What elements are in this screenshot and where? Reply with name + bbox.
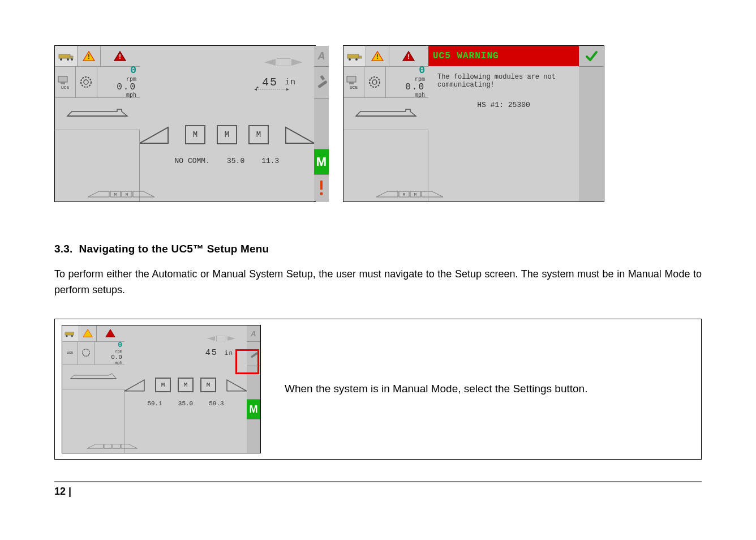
svg-text:M: M	[414, 192, 417, 197]
value-1: NO COMM.	[175, 157, 210, 165]
blade-values: NO COMM. 35.0 11.3	[140, 157, 314, 165]
svg-marker-54	[83, 329, 93, 337]
height-readout: 45 in	[124, 341, 247, 365]
uc5-module-icon: UC5	[343, 66, 364, 98]
gear-icon	[364, 66, 385, 98]
confirm-button[interactable]	[579, 46, 604, 67]
svg-text:M: M	[403, 192, 406, 197]
bottom-tabs-icon	[87, 442, 138, 449]
svg-rect-64	[113, 444, 121, 449]
svg-text:M: M	[126, 192, 128, 197]
svg-marker-20	[286, 127, 314, 143]
svg-text:!: !	[119, 53, 122, 60]
figure-row: ! ! UC5 0 rpm	[54, 45, 702, 202]
mode-button[interactable]: M	[247, 400, 260, 419]
rpm-label: rpm	[415, 76, 425, 83]
readout-cell: 0 rpm 0.0 mph	[386, 66, 428, 98]
svg-point-34	[349, 58, 351, 61]
settings-button[interactable]	[247, 342, 260, 366]
settings-button[interactable]	[314, 67, 329, 99]
svg-marker-50	[422, 191, 443, 197]
svg-rect-32	[347, 54, 359, 58]
warning-icon-red: !	[101, 46, 140, 67]
svg-marker-58	[124, 380, 144, 391]
warning-icon-red	[97, 325, 124, 342]
gauge-indicator	[62, 365, 124, 389]
svg-rect-61	[251, 352, 259, 358]
svg-rect-33	[359, 56, 362, 58]
svg-marker-15	[256, 87, 259, 88]
svg-point-53	[71, 335, 72, 337]
svg-rect-51	[65, 332, 74, 335]
svg-rect-24	[320, 181, 323, 190]
svg-rect-0	[59, 54, 70, 58]
value-3: 11.3	[261, 157, 279, 165]
speed-value: 0.0	[117, 83, 136, 93]
uc5-label: UC5	[61, 85, 69, 90]
blade-indicators: M M M	[140, 125, 314, 144]
svg-point-3	[67, 58, 69, 61]
page-number: 12 |	[54, 481, 702, 498]
height-readout: 45 in	[140, 66, 314, 98]
blade-indicator-icon	[264, 58, 303, 66]
uc5-module-icon: UC5	[62, 341, 78, 365]
value-2: 35.0	[227, 157, 244, 165]
svg-point-2	[60, 58, 62, 61]
svg-rect-22	[317, 80, 328, 88]
speed-value: 0.0	[405, 83, 425, 93]
svg-marker-17	[254, 88, 256, 91]
auto-button-a[interactable]: A	[314, 46, 329, 67]
svg-text:A: A	[250, 329, 256, 338]
svg-marker-55	[106, 329, 115, 337]
svg-text:!: !	[376, 53, 379, 60]
gear-icon	[78, 341, 94, 365]
svg-marker-62	[87, 444, 104, 449]
warning-screen-figure-2: ! ! UC5 0 rpm	[343, 45, 604, 202]
warning-banner: UC5 WARNING	[428, 46, 579, 66]
svg-point-35	[355, 58, 358, 61]
gauge-indicator	[343, 98, 428, 130]
svg-marker-18	[286, 88, 289, 91]
instruction-table: UC5 0 rpm 0.0 mph	[54, 319, 702, 460]
m-box-3: M	[248, 125, 269, 144]
m-box-2: M	[217, 125, 237, 144]
bottom-tabs-icon: MM	[376, 188, 444, 198]
auto-button-a[interactable]: A	[247, 325, 260, 342]
uc5-module-icon: UC5	[55, 66, 76, 98]
svg-point-11	[81, 77, 91, 87]
svg-rect-23	[320, 75, 325, 80]
readout-cell: 0 rpm 0.0 mph	[97, 66, 140, 98]
control-screen-figure-1: ! ! UC5 0 rpm	[54, 45, 316, 202]
blade-indicators: M M M	[124, 378, 247, 392]
mode-button[interactable]: M	[314, 149, 329, 175]
blade-values: 59.1 35.0 59.3	[124, 400, 247, 407]
warning-icon-yellow: !	[366, 46, 389, 67]
svg-rect-40	[347, 76, 356, 82]
alert-button[interactable]	[314, 175, 329, 202]
truck-icon	[62, 325, 79, 342]
svg-rect-9	[58, 76, 67, 82]
gauge-indicator	[55, 98, 140, 130]
svg-marker-19	[140, 127, 168, 143]
warning-module: HS #1: 25300	[437, 101, 570, 109]
svg-marker-65	[121, 444, 138, 449]
svg-point-4	[71, 58, 73, 61]
section-number: 3.3.	[54, 243, 73, 255]
truck-icon	[55, 46, 78, 67]
instruction-screenshot: UC5 0 rpm 0.0 mph	[62, 325, 261, 453]
svg-rect-1	[70, 56, 73, 58]
svg-point-25	[320, 192, 323, 195]
rpm-label: rpm	[126, 76, 136, 83]
svg-text:M: M	[114, 192, 117, 197]
svg-marker-31	[133, 191, 154, 197]
svg-marker-26	[88, 191, 109, 197]
instruction-description: When the system is in Manual Mode, selec…	[268, 369, 701, 409]
reading-unit: in	[285, 78, 296, 87]
gear-icon	[76, 66, 97, 98]
svg-text:!: !	[408, 53, 410, 60]
uc5-label: UC5	[350, 85, 358, 90]
section-paragraph: To perform either the Automatic or Manua…	[54, 267, 702, 298]
truck-icon	[343, 46, 366, 67]
warning-icon-yellow: !	[78, 46, 100, 67]
svg-text:!: !	[88, 53, 90, 60]
